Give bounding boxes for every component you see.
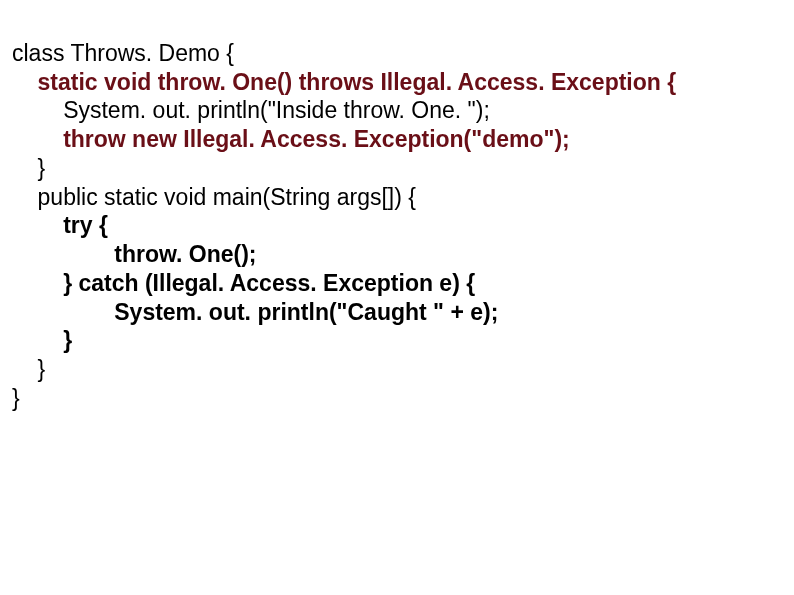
code-line-13: } xyxy=(12,385,20,411)
code-line-3: System. out. println("Inside throw. One.… xyxy=(63,97,490,123)
code-line-2: static void throw. One() throws Illegal.… xyxy=(38,69,677,95)
code-line-4: throw new Illegal. Access. Exception("de… xyxy=(63,126,570,152)
code-line-5: } xyxy=(38,155,46,181)
code-line-12: } xyxy=(38,356,46,382)
code-line-7: try { xyxy=(63,212,108,238)
code-line-11: } xyxy=(63,327,72,353)
code-line-1: class Throws. Demo { xyxy=(12,40,234,66)
code-line-9: } catch (Illegal. Access. Exception e) { xyxy=(63,270,475,296)
code-line-6: public static void main(String args[]) { xyxy=(38,184,416,210)
code-line-8: throw. One(); xyxy=(114,241,256,267)
code-line-10: System. out. println("Caught " + e); xyxy=(114,299,498,325)
code-block: class Throws. Demo { static void throw. … xyxy=(12,10,782,413)
